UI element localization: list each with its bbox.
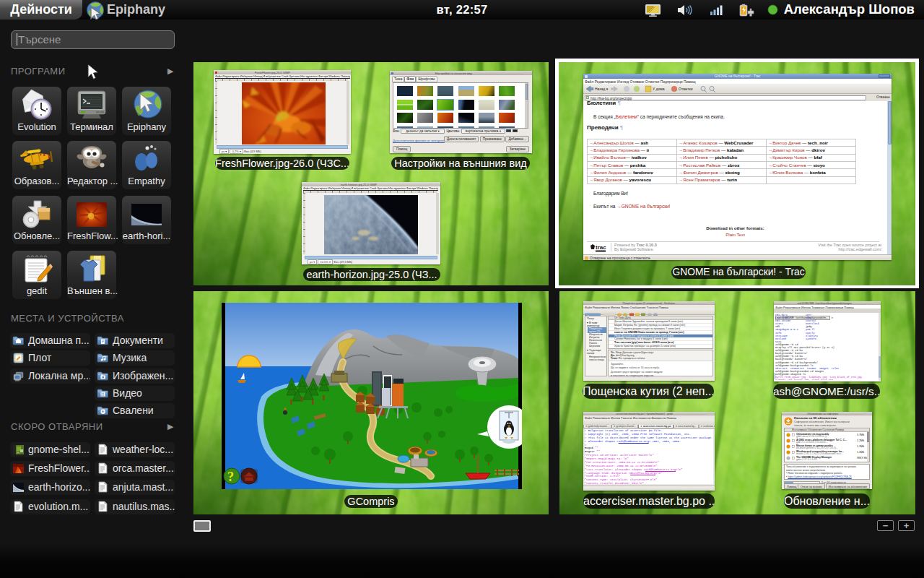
svg-text:gdb-7.1-13.fc10 (Обновле...: gdb-7.1-13.fc10 (Обновле... — [796, 441, 828, 444]
svg-text:mutter-2.31.5-1.fc10 (Обновлен: mutter-2.31.5-1.fc10 (Обновление-тест... — [796, 452, 842, 455]
svg-text:У дома: У дома — [653, 87, 665, 91]
svg-text:glib2-devel-2.16.3-3.fc10 (i): glib2-devel-2.16.3-3.fc10 (i) — [796, 435, 827, 438]
svg-text:1,1МБ: 1,1МБ — [857, 451, 865, 454]
svg-text:?: ? — [227, 470, 234, 484]
svg-text:Назад ▾: Назад ▾ — [595, 87, 609, 91]
svg-text:po-base-gettext-0.14-29-CQ7.10: po-base-gettext-0.14-29-CQ7.10 (f)... — [796, 447, 838, 449]
svg-text:2,2МБ: 2,2МБ — [857, 439, 865, 442]
svg-text:1,1МБ: 1,1МБ — [857, 445, 865, 448]
svg-text:gdm-2.27.4-1.fc10: gdm-2.27.4-1.fc10 — [796, 458, 816, 461]
svg-text:Отметки: Отметки — [679, 87, 693, 91]
svg-text:trac: trac — [596, 244, 606, 251]
svg-text:3,7МБ: 3,7МБ — [857, 434, 865, 436]
